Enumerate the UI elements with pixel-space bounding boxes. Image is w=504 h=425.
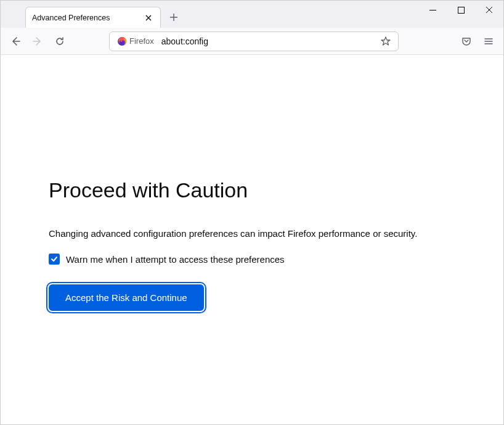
close-icon — [145, 14, 152, 22]
minimize-icon — [429, 7, 436, 14]
firefox-logo-icon — [117, 36, 127, 46]
svg-rect-0 — [458, 7, 464, 13]
toolbar-right — [457, 31, 498, 51]
tab-close-button[interactable] — [143, 12, 154, 23]
save-to-pocket-button[interactable] — [457, 31, 476, 51]
reload-button[interactable] — [50, 31, 70, 51]
bookmark-button[interactable] — [377, 33, 394, 50]
browser-tab[interactable]: Advanced Preferences — [25, 7, 161, 28]
arrow-right-icon — [33, 36, 43, 46]
warning-container: Proceed with Caution Changing advanced c… — [43, 178, 461, 311]
pocket-icon — [461, 36, 471, 46]
url-input[interactable] — [161, 36, 373, 46]
titlebar: Advanced Preferences — [1, 1, 503, 28]
tab-title: Advanced Preferences — [32, 14, 143, 22]
warn-checkbox[interactable] — [49, 254, 60, 265]
checkmark-icon — [51, 255, 58, 263]
page-content: Proceed with Caution Changing advanced c… — [1, 55, 503, 311]
hamburger-icon — [484, 36, 494, 46]
maximize-icon — [458, 7, 465, 14]
window-controls — [418, 1, 503, 19]
warning-heading: Proceed with Caution — [49, 178, 455, 202]
warn-checkbox-label[interactable]: Warn me when I attempt to access these p… — [66, 254, 285, 265]
warn-checkbox-row: Warn me when I attempt to access these p… — [49, 254, 455, 265]
star-icon — [381, 36, 391, 46]
arrow-left-icon — [10, 36, 20, 46]
new-tab-button[interactable] — [165, 8, 183, 27]
identity-box[interactable]: Firefox — [113, 35, 158, 47]
close-window-button[interactable] — [475, 1, 503, 19]
warning-description: Changing advanced configuration preferen… — [49, 227, 455, 240]
maximize-button[interactable] — [447, 1, 475, 19]
nav-toolbar: Firefox — [1, 28, 503, 55]
back-button[interactable] — [6, 31, 25, 51]
reload-icon — [55, 36, 65, 46]
minimize-button[interactable] — [418, 1, 447, 19]
forward-button[interactable] — [28, 31, 47, 51]
url-bar[interactable]: Firefox — [109, 31, 399, 51]
identity-label: Firefox — [129, 36, 154, 46]
app-menu-button[interactable] — [479, 31, 498, 51]
plus-icon — [169, 13, 178, 22]
close-icon — [486, 6, 493, 14]
accept-risk-button[interactable]: Accept the Risk and Continue — [49, 284, 204, 311]
